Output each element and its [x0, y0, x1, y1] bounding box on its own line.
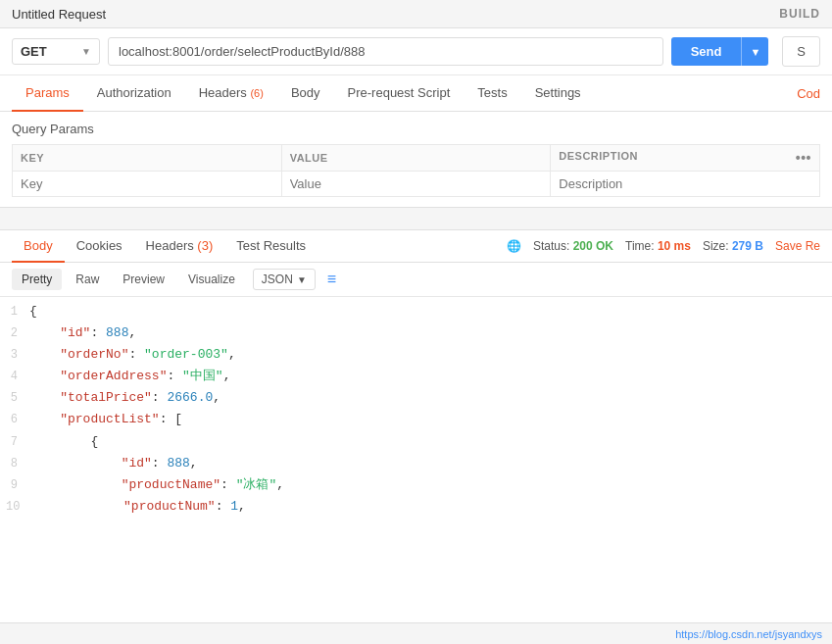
wrap-icon[interactable]: ≡ — [327, 271, 336, 288]
save-response-button[interactable]: Save Re — [775, 239, 820, 253]
json-number: 888 — [106, 325, 128, 340]
format-visualize-button[interactable]: Visualize — [178, 269, 245, 290]
footer-bar: https://blog.csdn.net/jsyandxys — [0, 622, 832, 644]
size-value: 279 B — [732, 239, 763, 253]
method-chevron-icon: ▼ — [81, 46, 91, 57]
code-line: 4 "orderAddress": "中国", — [0, 366, 832, 387]
response-status-area: 🌐 Status: 200 OK Time: 10 ms Size: 279 B… — [507, 239, 820, 253]
params-title: Query Params — [12, 122, 820, 136]
json-punctuation: , — [228, 347, 236, 362]
json-punctuation — [29, 412, 60, 426]
format-preview-button[interactable]: Preview — [113, 269, 174, 290]
line-number: 6 — [0, 410, 29, 429]
time-value: 10 ms — [658, 239, 691, 253]
tab-settings[interactable]: Settings — [521, 75, 595, 112]
json-punctuation: , — [213, 390, 220, 405]
url-input[interactable] — [108, 37, 663, 66]
tab-pre-request[interactable]: Pre-request Script — [334, 75, 465, 112]
json-punctuation: : — [90, 325, 106, 340]
line-number: 10 — [0, 497, 31, 513]
json-number: 2666.0 — [167, 390, 213, 405]
format-raw-button[interactable]: Raw — [66, 269, 109, 290]
response-tab-test-results[interactable]: Test Results — [224, 230, 318, 263]
tab-params[interactable]: Params — [12, 75, 83, 112]
json-punctuation: { — [29, 304, 37, 319]
col-description: DESCRIPTION ••• — [551, 145, 820, 172]
tab-authorization[interactable]: Authorization — [83, 75, 185, 112]
line-number: 1 — [0, 302, 29, 322]
code-line: 1{ — [0, 301, 832, 322]
build-label: BUILD — [779, 7, 820, 21]
json-string: "中国" — [182, 369, 223, 383]
line-content: "productList": [ — [29, 409, 832, 430]
code-line: 10 "productNum": 1, — [0, 496, 832, 513]
json-punctuation — [31, 499, 123, 513]
line-number: 2 — [0, 323, 29, 343]
code-line: 6 "productList": [ — [0, 409, 832, 430]
key-input[interactable] — [21, 176, 273, 191]
send-btn-group: Send ▼ — [671, 37, 769, 66]
line-number: 5 — [0, 388, 29, 408]
status-value: 200 OK — [573, 239, 613, 253]
code-line: 5 "totalPrice": 2666.0, — [0, 387, 832, 409]
json-punctuation — [29, 369, 60, 383]
response-tab-body[interactable]: Body — [12, 230, 65, 263]
line-content: "id": 888, — [29, 453, 832, 474]
description-input[interactable] — [559, 176, 811, 191]
more-icon[interactable]: ••• — [796, 150, 811, 166]
json-punctuation: : — [152, 390, 168, 405]
send-dropdown-button[interactable]: ▼ — [741, 37, 768, 66]
json-punctuation: , — [128, 325, 136, 340]
line-content: "orderAddress": "中国", — [29, 366, 832, 387]
json-punctuation: : — [216, 499, 231, 513]
json-key: "totalPrice" — [60, 390, 152, 405]
line-content: "totalPrice": 2666.0, — [29, 387, 832, 409]
code-line: 2 "id": 888, — [0, 322, 832, 344]
json-punctuation — [29, 477, 122, 492]
tab-tests[interactable]: Tests — [464, 75, 520, 112]
format-pretty-button[interactable]: Pretty — [12, 269, 62, 290]
value-input[interactable] — [290, 176, 543, 191]
json-punctuation: , — [190, 456, 198, 471]
status-label: Status: 200 OK — [533, 239, 613, 253]
json-punctuation: : — [167, 369, 182, 383]
json-key: "productName" — [122, 477, 220, 492]
line-content: "productName": "冰箱", — [29, 474, 832, 496]
title-bar: Untitled Request BUILD — [0, 0, 832, 28]
code-view: 1{2 "id": 888,3 "orderNo": "order-003",4… — [0, 297, 832, 513]
json-punctuation: { — [29, 434, 98, 449]
json-string: "冰箱" — [236, 477, 277, 492]
footer-link[interactable]: https://blog.csdn.net/jsyandxys — [675, 628, 822, 640]
json-format-value: JSON — [262, 272, 293, 286]
json-punctuation — [29, 390, 60, 405]
json-string: "order-003" — [144, 347, 228, 362]
params-table: KEY VALUE DESCRIPTION ••• — [12, 144, 820, 197]
size-label: Size: 279 B — [703, 239, 763, 253]
send-button[interactable]: Send — [671, 37, 742, 66]
globe-icon[interactable]: 🌐 — [507, 239, 521, 253]
tab-headers[interactable]: Headers (6) — [185, 75, 277, 112]
json-key: "productNum" — [123, 499, 216, 513]
line-content: "orderNo": "order-003", — [29, 344, 832, 366]
section-divider — [0, 207, 832, 230]
json-punctuation: , — [276, 477, 284, 492]
code-line: 9 "productName": "冰箱", — [0, 474, 832, 496]
request-title: Untitled Request — [12, 7, 106, 22]
method-selector[interactable]: GET ▼ — [12, 38, 100, 65]
code-link[interactable]: Cod — [797, 86, 820, 101]
params-row-empty — [13, 172, 820, 197]
tab-body[interactable]: Body — [277, 75, 334, 112]
response-tab-cookies[interactable]: Cookies — [65, 230, 134, 263]
line-number: 7 — [0, 432, 29, 452]
json-punctuation — [29, 325, 60, 340]
json-format-selector[interactable]: JSON ▼ — [253, 269, 316, 290]
response-tab-headers[interactable]: Headers (3) — [134, 230, 225, 263]
url-bar: GET ▼ Send ▼ S — [0, 28, 832, 75]
save-button[interactable]: S — [782, 36, 820, 67]
json-key: "productList" — [60, 412, 159, 426]
line-content: { — [29, 431, 832, 453]
json-key: "id" — [122, 456, 152, 471]
json-punctuation: , — [238, 499, 246, 513]
json-number: 1 — [230, 499, 238, 513]
line-content: "productNum": 1, — [31, 496, 832, 513]
